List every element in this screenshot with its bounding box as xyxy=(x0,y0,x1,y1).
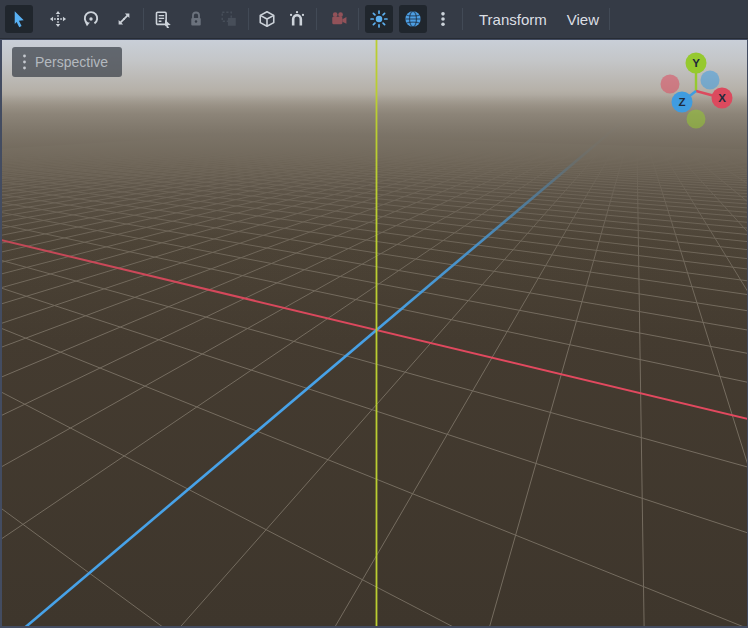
perspective-label: Perspective xyxy=(35,54,108,70)
toolbar-separator xyxy=(316,8,317,30)
lock-selected-button[interactable] xyxy=(182,5,210,33)
lock-icon xyxy=(187,10,205,28)
view-orientation-gizmo[interactable]: YXZ xyxy=(648,48,738,134)
toolbar-separator xyxy=(462,8,463,30)
use-snap-button[interactable] xyxy=(283,5,311,33)
preview-options-kebab-button[interactable] xyxy=(429,5,457,33)
sun-icon xyxy=(370,10,388,28)
toolbar-separator xyxy=(609,8,610,30)
preview-camera-button[interactable] xyxy=(325,5,353,33)
toolbar-separator xyxy=(248,8,249,30)
godot-3d-editor: Transform View Perspective YXZ xyxy=(0,0,748,628)
3d-viewport[interactable]: Perspective YXZ xyxy=(2,40,747,626)
magnet-icon xyxy=(288,10,306,28)
gizmo-negative-y-ball[interactable] xyxy=(687,110,706,129)
gizmo-y-label: Y xyxy=(692,57,700,69)
scene-3d-render[interactable] xyxy=(2,40,747,626)
rotate-tool-button[interactable] xyxy=(77,5,105,33)
cursor-arrow-icon xyxy=(10,10,28,28)
kebab-icon xyxy=(22,53,27,71)
viewport-toolbar: Transform View xyxy=(0,0,748,39)
preview-environment-button[interactable] xyxy=(399,5,427,33)
globe-icon xyxy=(404,10,422,28)
gizmo-x-label: X xyxy=(718,92,726,104)
transform-menu[interactable]: Transform xyxy=(469,5,557,33)
select-tool-button[interactable] xyxy=(5,5,33,33)
toolbar-separator xyxy=(358,8,359,30)
list-select-icon xyxy=(154,10,172,28)
scale-icon xyxy=(115,10,133,28)
gizmo-z-label: Z xyxy=(678,96,685,108)
rotate-icon xyxy=(82,10,100,28)
cube-icon xyxy=(258,10,276,28)
toolbar-separator xyxy=(143,8,144,30)
kebab-icon xyxy=(434,10,452,28)
perspective-menu-button[interactable]: Perspective xyxy=(12,47,122,77)
horizon-fog xyxy=(2,92,747,359)
move-arrows-icon xyxy=(49,10,67,28)
camera-icon xyxy=(330,10,348,28)
gizmo-negative-x-ball[interactable] xyxy=(661,75,680,94)
move-tool-button[interactable] xyxy=(44,5,72,33)
view-menu[interactable]: View xyxy=(557,5,609,33)
group-icon xyxy=(220,10,238,28)
scale-tool-button[interactable] xyxy=(110,5,138,33)
group-selected-button[interactable] xyxy=(215,5,243,33)
list-select-tool-button[interactable] xyxy=(149,5,177,33)
use-local-space-button[interactable] xyxy=(253,5,281,33)
gizmo-negative-z-ball[interactable] xyxy=(701,71,720,90)
preview-sunlight-button[interactable] xyxy=(365,5,393,33)
